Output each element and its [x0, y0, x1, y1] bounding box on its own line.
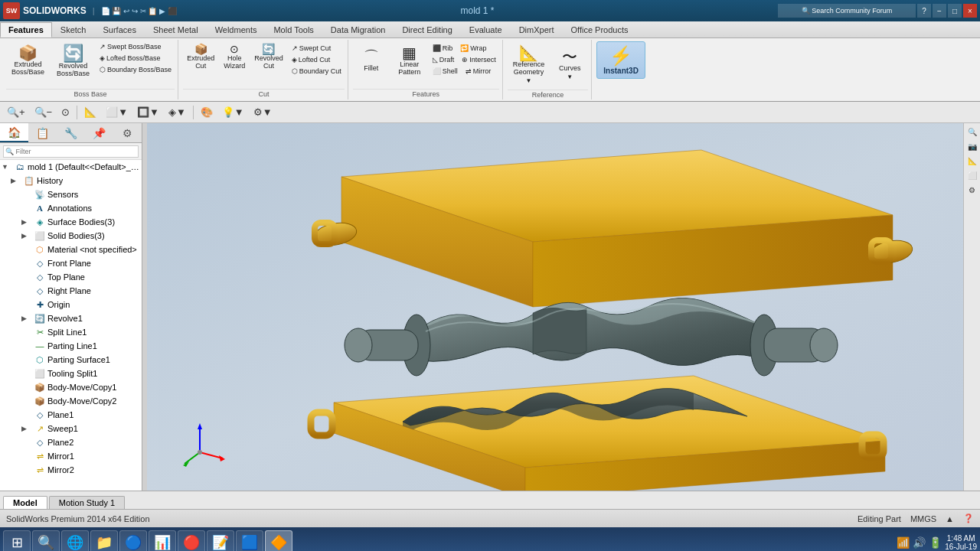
tree-item-sweep1[interactable]: ▶ ↗ Sweep1 — [0, 422, 142, 435]
tree-item-solid-bodies[interactable]: ▶ ⬜ Solid Bodies(3) — [0, 229, 142, 243]
mirror1-expand[interactable] — [21, 452, 32, 460]
display-style-btn[interactable]: 🔲▼ — [133, 104, 163, 120]
split-expand[interactable] — [21, 328, 32, 336]
statusbar-help[interactable]: ❓ — [963, 514, 974, 523]
tree-item-tooling-split1[interactable]: ⬜ Tooling Split1 — [0, 367, 142, 380]
top-plane-expand[interactable] — [21, 273, 32, 281]
section-view-btn[interactable]: 📐 — [80, 104, 100, 120]
zoom-fit-btn[interactable]: ⊙ — [57, 104, 74, 120]
plane2-expand[interactable] — [21, 439, 32, 446]
solid-expand[interactable]: ▶ — [21, 232, 32, 240]
tree-item-parting-surface1[interactable]: ⬡ Parting Surface1 — [0, 353, 142, 367]
lofted-cut-btn[interactable]: ◈ Lofted Cut — [289, 54, 345, 65]
draft-btn[interactable]: ◺ Draft — [430, 54, 458, 65]
intersect-btn[interactable]: ⊕ Intersect — [459, 54, 499, 65]
taskbar-app4-btn[interactable]: 🟦 — [236, 530, 263, 551]
tab-dimxpert[interactable]: DimXpert — [511, 22, 563, 37]
zoom-out-btn[interactable]: 🔍− — [31, 104, 57, 120]
tree-item-sensors[interactable]: 📡 Sensors — [0, 187, 142, 201]
3d-viewport[interactable]: 🔍 📷 📐 ⬜ ⚙ — [147, 123, 980, 491]
rt-settings-btn[interactable]: ⚙ — [965, 183, 979, 197]
tree-root[interactable]: ▼ 🗂 mold 1 (Default<<Default>_Dis — [0, 160, 142, 174]
tab-surfaces[interactable]: Surfaces — [95, 22, 145, 37]
search-community-btn[interactable]: 🔍 Search Community Forum — [778, 4, 916, 18]
mirror-btn[interactable]: ⇌ Mirror — [462, 66, 495, 77]
sensors-expand[interactable] — [21, 191, 32, 198]
scene-btn[interactable]: 💡▼ — [218, 104, 248, 120]
taskbar-browser-btn[interactable]: 🌐 — [61, 530, 89, 551]
taskbar-app2-btn[interactable]: 📊 — [149, 530, 176, 551]
rt-camera-btn[interactable]: 📷 — [965, 139, 979, 153]
tree-item-origin[interactable]: ✚ Origin — [0, 298, 142, 311]
tab-weldments[interactable]: Weldments — [207, 22, 266, 37]
taskbar-search-btn[interactable]: 🔍 — [32, 530, 60, 551]
tree-item-mirror1[interactable]: ⇌ Mirror1 — [0, 449, 142, 463]
sweep1-expand[interactable]: ▶ — [21, 425, 32, 432]
tree-item-surface-bodies[interactable]: ▶ ◈ Surface Bodies(3) — [0, 215, 142, 229]
material-expand[interactable] — [21, 246, 32, 253]
boundary-cut-btn[interactable]: ⬡ Boundary Cut — [289, 66, 345, 77]
panel-tab-tree[interactable]: 📋 — [28, 123, 57, 142]
model-tab[interactable]: Model — [3, 496, 47, 509]
panel-tab-properties[interactable]: 📌 — [85, 123, 113, 142]
front-plane-expand[interactable] — [21, 259, 32, 267]
panel-tab-home[interactable]: 🏠 — [0, 123, 28, 142]
root-expand-icon[interactable]: ▼ — [2, 163, 12, 171]
help-btn[interactable]: ? — [917, 4, 931, 18]
tree-item-body-move-copy2[interactable]: 📦 Body-Move/Copy2 — [0, 394, 142, 408]
tree-item-annotations[interactable]: A Annotations — [0, 201, 142, 215]
tree-item-plane1[interactable]: ◇ Plane1 — [0, 408, 142, 422]
tree-item-body-move-copy1[interactable]: 📦 Body-Move/Copy1 — [0, 380, 142, 394]
tab-sheet-metal[interactable]: Sheet Metal — [145, 22, 207, 37]
rib-btn[interactable]: ⬛ Rib — [430, 43, 456, 54]
swept-cut-btn[interactable]: ↗ Swept Cut — [289, 43, 345, 54]
restore-btn[interactable]: □ — [948, 4, 962, 18]
rt-zoom-btn[interactable]: 🔍 — [965, 125, 979, 139]
lofted-boss-base-btn[interactable]: ◈ Lofted Boss/Base — [96, 53, 175, 64]
revolved-boss-base-btn[interactable]: 🔄 RevolvedBoss/Base — [51, 41, 95, 82]
tree-item-right-plane[interactable]: ◇ Right Plane — [0, 284, 142, 298]
panel-tab-settings[interactable]: ⚙ — [113, 123, 142, 142]
extruded-cut-btn[interactable]: 📦 ExtrudedCut — [183, 41, 218, 73]
close-btn[interactable]: × — [963, 4, 977, 18]
rt-measure-btn[interactable]: 📐 — [965, 154, 979, 168]
zoom-in-btn[interactable]: 🔍+ — [3, 104, 29, 120]
tree-item-history[interactable]: ▶ 📋 History — [0, 174, 142, 187]
history-expand[interactable]: ▶ — [11, 177, 21, 184]
wrap-btn[interactable]: 🔁 Wrap — [457, 43, 489, 54]
taskbar-word-btn[interactable]: 📝 — [207, 530, 234, 551]
linear-pattern-btn[interactable]: ▦ LinearPattern — [391, 41, 428, 80]
parting-line-expand[interactable] — [21, 342, 32, 350]
revolve1-expand[interactable]: ▶ — [21, 315, 32, 322]
motion-study-tab[interactable]: Motion Study 1 — [49, 496, 125, 509]
taskbar-app1-btn[interactable]: 🔵 — [119, 530, 147, 551]
hole-wizard-btn[interactable]: ⊙ HoleWizard — [220, 41, 249, 73]
rt-display-btn[interactable]: ⬜ — [965, 168, 979, 182]
taskbar-solidworks-btn[interactable]: 🔶 — [265, 530, 292, 551]
windows-start-btn[interactable]: ⊞ — [3, 530, 31, 551]
taskbar-app3-btn[interactable]: 🔴 — [178, 530, 205, 551]
tab-direct-editing[interactable]: Direct Editing — [394, 22, 460, 37]
appearance-btn[interactable]: 🎨 — [197, 104, 217, 120]
instant3d-btn[interactable]: ⚡ Instant3D — [596, 41, 645, 79]
curves-btn[interactable]: 〜 Curves ▼ — [551, 41, 588, 88]
shell-btn[interactable]: ⬜ Shell — [430, 66, 461, 77]
minimize-btn[interactable]: − — [933, 4, 946, 18]
tree-item-split-line1[interactable]: ✂ Split Line1 — [0, 325, 142, 339]
tab-features[interactable]: Features — [0, 22, 52, 37]
annotations-expand[interactable] — [21, 204, 32, 212]
bmc2-expand[interactable] — [21, 397, 32, 405]
tab-mold-tools[interactable]: Mold Tools — [265, 22, 322, 37]
realview-btn[interactable]: ⚙▼ — [250, 104, 276, 120]
tree-item-plane2[interactable]: ◇ Plane2 — [0, 435, 142, 449]
taskbar-files-btn[interactable]: 📁 — [90, 530, 118, 551]
swept-boss-base-btn[interactable]: ↗ Swept Boss/Base — [96, 41, 175, 52]
tooling-expand[interactable] — [21, 370, 32, 377]
surface-expand[interactable]: ▶ — [21, 218, 32, 226]
origin-expand[interactable] — [21, 301, 32, 308]
panel-tab-config[interactable]: 🔧 — [57, 123, 85, 142]
panel-filter-input[interactable] — [3, 145, 139, 158]
boundary-boss-base-btn[interactable]: ⬡ Boundary Boss/Base — [96, 64, 175, 75]
tree-item-revolve1[interactable]: ▶ 🔄 Revolve1 — [0, 311, 142, 325]
bmc1-expand[interactable] — [21, 383, 32, 391]
